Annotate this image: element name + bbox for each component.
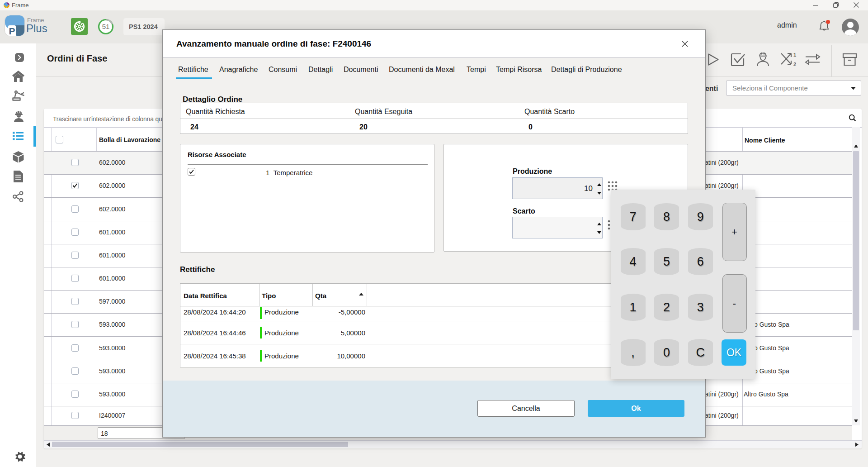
svg-text:1: 1 <box>793 52 796 57</box>
svg-text:51: 51 <box>102 23 110 30</box>
svg-text:2: 2 <box>793 62 796 67</box>
